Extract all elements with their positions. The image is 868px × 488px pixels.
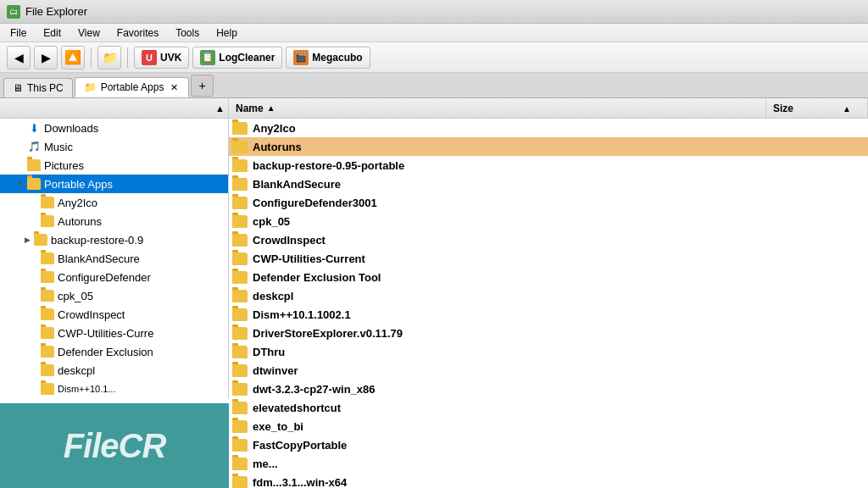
cwp-file-icon: [232, 252, 248, 265]
column-name-header[interactable]: Name ▲: [229, 98, 766, 118]
tree-scroll-up-button[interactable]: ▲: [215, 103, 225, 114]
tab-this-pc-label: This PC: [27, 82, 64, 94]
uvk-icon: U: [142, 50, 157, 65]
tab-bar: 🖥 This PC 📁 Portable Apps ✕ +: [0, 73, 868, 98]
forward-button[interactable]: ▶: [34, 46, 58, 69]
file-name-dthru: DThru: [253, 346, 763, 358]
menu-view[interactable]: View: [71, 25, 107, 41]
file-row-dwt[interactable]: dwt-3.2.3-cp27-win_x86: [229, 380, 868, 398]
new-folder-button[interactable]: 📁: [97, 46, 121, 69]
toolbar-separator: [91, 47, 92, 68]
tree-label-cwp: CWP-Utilities-Curre: [58, 327, 153, 340]
megacubo-label: Megacubo: [312, 52, 362, 64]
file-row-cpk[interactable]: cpk_05: [229, 212, 868, 230]
tree-item-cpk05[interactable]: cpk_05: [0, 286, 228, 305]
any2ico-file-icon: [232, 122, 248, 135]
menu-file[interactable]: File: [3, 25, 33, 41]
deskcpl-folder-icon: [41, 364, 54, 376]
column-size-label: Size: [773, 103, 793, 114]
file-name-fdm: fdm...3.1...win-x64: [253, 476, 763, 489]
tree-item-defender-exclusion[interactable]: Defender Exclusion: [0, 342, 228, 361]
file-row-configure[interactable]: ConfigureDefender3001: [229, 193, 868, 212]
tree-item-deskcpl[interactable]: deskcpl: [0, 361, 228, 380]
tree-header: ▲: [0, 98, 228, 119]
file-name-configure: ConfigureDefender3001: [253, 197, 763, 209]
file-name-any2ico: Any2Ico: [253, 122, 763, 135]
exe-file-icon: [232, 420, 248, 433]
menu-favorites[interactable]: Favorites: [110, 25, 165, 41]
expand-portable-apps[interactable]: ▼: [14, 180, 27, 188]
dism-folder-icon: [41, 383, 54, 395]
file-row-blank[interactable]: BlankAndSecure: [229, 175, 868, 193]
tree-item-configure-defender[interactable]: ConfigureDefender: [0, 268, 228, 286]
file-row-deskcpl[interactable]: deskcpl: [229, 286, 868, 305]
file-row-exe-to[interactable]: exe_to_bi: [229, 417, 868, 435]
logcleaner-icon: 📋: [200, 50, 215, 65]
back-button[interactable]: ◀: [7, 46, 31, 69]
crowd-file-icon: [232, 234, 248, 247]
file-panel: Name ▲ Size ▲ Any2Ico Autoruns bac: [229, 98, 868, 488]
file-row-fastcopy[interactable]: FastCopyPortable: [229, 435, 868, 454]
cpk-folder-icon: [41, 290, 54, 302]
megacubo-icon: 🎬: [293, 50, 309, 65]
tree-item-pictures[interactable]: Pictures: [0, 156, 228, 175]
tree-item-autoruns[interactable]: Autoruns: [0, 212, 228, 230]
file-row-driver-store[interactable]: DriverStoreExplorer.v0.11.79: [229, 324, 868, 342]
up-button[interactable]: 🔼: [61, 46, 85, 69]
column-size-header[interactable]: Size: [766, 98, 868, 118]
megacubo-app-button[interactable]: 🎬 Megacubo: [286, 47, 370, 69]
deskcpl-file-icon: [232, 290, 248, 302]
me-file-icon: [232, 458, 248, 470]
file-row-backup[interactable]: backup-restore-0.95-portable: [229, 156, 868, 175]
tree-item-any2ico[interactable]: Any2Ico: [0, 193, 228, 212]
elevated-file-icon: [232, 402, 248, 414]
expand-backup[interactable]: ▶: [20, 236, 34, 244]
autoruns-file-icon: [232, 141, 248, 153]
tree-label-autoruns: Autoruns: [58, 215, 102, 228]
watermark-text: FileCR: [64, 427, 166, 465]
file-row-crowdinspect[interactable]: CrowdInspect: [229, 230, 868, 249]
file-row-any2ico[interactable]: Any2Ico: [229, 119, 868, 137]
tree-label-music: Music: [44, 141, 73, 153]
dism-file-icon: [232, 308, 248, 321]
tree-scroll-area[interactable]: ⬇ Downloads 🎵 Music Pictures: [0, 119, 228, 398]
uvk-app-button[interactable]: U UVK: [134, 47, 189, 69]
driver-file-icon: [232, 327, 248, 340]
file-row-defender[interactable]: Defender Exclusion Tool: [229, 268, 868, 286]
backup-folder-icon: [34, 234, 47, 246]
file-row-autoruns[interactable]: Autoruns: [229, 137, 868, 156]
file-row-cwp[interactable]: CWP-Utilities-Current: [229, 249, 868, 268]
tree-item-cwp[interactable]: CWP-Utilities-Curre: [0, 324, 228, 342]
tab-close-button[interactable]: ✕: [168, 81, 180, 93]
file-name-deskcpl: deskcpl: [253, 290, 763, 302]
tree-item-backup-restore[interactable]: ▶ backup-restore-0.9: [0, 230, 228, 249]
menu-edit[interactable]: Edit: [36, 25, 68, 41]
tree-item-dism[interactable]: Dism++10.1...: [0, 380, 228, 398]
file-list-header: Name ▲ Size ▲: [229, 98, 868, 119]
header-scroll-right[interactable]: ▲: [843, 103, 851, 113]
menu-tools[interactable]: Tools: [169, 25, 206, 41]
title-bar: 🗂 File Explorer: [0, 0, 868, 24]
file-row-elevated[interactable]: elevatedshortcut: [229, 398, 868, 417]
file-row-dtwinver[interactable]: dtwinver: [229, 361, 868, 380]
file-row-dism[interactable]: Dism++10.1.1002.1: [229, 305, 868, 324]
tab-portable-apps[interactable]: 📁 Portable Apps ✕: [75, 77, 190, 97]
file-row-dthru[interactable]: DThru: [229, 342, 868, 361]
window-title: File Explorer: [25, 5, 87, 18]
file-row-fdm[interactable]: fdm...3.1...win-x64: [229, 473, 868, 488]
file-name-defender: Defender Exclusion Tool: [253, 271, 763, 284]
new-tab-button[interactable]: +: [191, 75, 213, 97]
tab-this-pc[interactable]: 🖥 This PC: [3, 78, 73, 97]
tree-item-blank-secure[interactable]: BlankAndSecure: [0, 249, 228, 268]
logcleaner-app-button[interactable]: 📋 LogCleaner: [192, 47, 282, 69]
tree-item-crowdinspect[interactable]: CrowdInspect: [0, 305, 228, 324]
tree-item-music[interactable]: 🎵 Music: [0, 137, 228, 156]
menu-help[interactable]: Help: [209, 25, 244, 41]
tree-item-downloads[interactable]: ⬇ Downloads: [0, 119, 228, 137]
file-name-dtwinver: dtwinver: [253, 364, 763, 377]
cpk-file-icon: [232, 215, 248, 228]
crowd-folder-icon: [41, 308, 54, 320]
file-list[interactable]: Any2Ico Autoruns backup-restore-0.95-por…: [229, 119, 868, 488]
tree-item-portable-apps[interactable]: ▼ Portable Apps: [0, 175, 228, 193]
file-row-me[interactable]: me...: [229, 454, 868, 473]
